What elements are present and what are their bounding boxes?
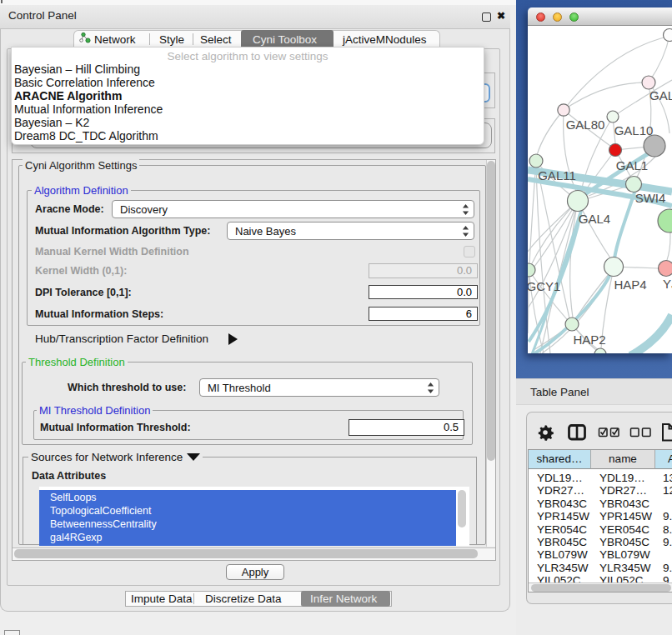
svg-text:GAL80: GAL80 [566,118,605,132]
svg-text:HAP4: HAP4 [614,278,646,292]
svg-text:GAL11: GAL11 [538,168,576,182]
svg-text:GAL4: GAL4 [579,212,610,226]
svg-text:GAL1: GAL1 [616,158,648,172]
svg-text:SWI4: SWI4 [635,191,666,205]
svg-text:HAP2: HAP2 [573,332,605,347]
svg-text:YJ: YJ [663,277,672,291]
svg-text:GAL2: GAL2 [649,88,672,102]
svg-text:GCY1: GCY1 [528,279,560,293]
svg-text:GAL10: GAL10 [614,123,654,138]
